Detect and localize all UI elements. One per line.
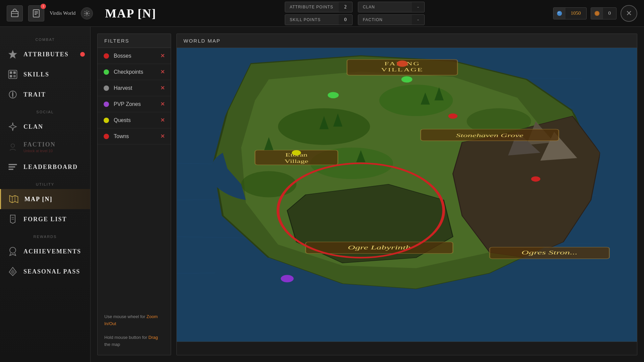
primary-currency-value: 1050 bbox=[566, 10, 586, 16]
sidebar-item-trait[interactable]: TRAIT bbox=[0, 84, 90, 105]
attribute-points-row: ATTRIBUTE POINTS 2 bbox=[285, 2, 353, 12]
main-content: FILTERS Bosses ✕ Checkpoints ✕ Harvest ✕… bbox=[91, 27, 644, 362]
sidebar-item-achievements[interactable]: ACHIEVEMENTS bbox=[0, 241, 90, 261]
sidebar-item-map[interactable]: MAP [N] bbox=[0, 189, 90, 209]
svg-text:Stonehaven Grove: Stonehaven Grove bbox=[456, 132, 524, 138]
quests-close[interactable]: ✕ bbox=[160, 117, 165, 123]
svg-text:Village: Village bbox=[284, 159, 308, 164]
map-canvas[interactable]: FARING VILLAGE Stonehaven Grove Etoran V… bbox=[177, 48, 637, 342]
map-background: FARING VILLAGE Stonehaven Grove Etoran V… bbox=[177, 48, 637, 342]
svg-point-8 bbox=[558, 12, 560, 13]
settings-btn[interactable] bbox=[81, 7, 93, 19]
sidebar-item-seasonal-pass[interactable]: SEASONAL PASS bbox=[0, 261, 90, 282]
faction-icon bbox=[7, 141, 19, 153]
skills-label: SKILLS bbox=[23, 71, 49, 78]
sidebar-item-leaderboard[interactable]: LEADERBOARD bbox=[0, 157, 90, 177]
category-utility: UTILITY bbox=[0, 177, 90, 189]
filter-pvp-zones[interactable]: PVP Zones ✕ bbox=[98, 96, 171, 112]
bosses-close[interactable]: ✕ bbox=[160, 53, 165, 59]
social-stats: CLAN - FACTION - bbox=[358, 2, 425, 25]
towns-close[interactable]: ✕ bbox=[160, 133, 165, 139]
filter-quests[interactable]: Quests ✕ bbox=[98, 112, 171, 128]
svg-point-58 bbox=[292, 150, 301, 156]
svg-rect-12 bbox=[10, 71, 12, 74]
svg-point-7 bbox=[557, 11, 562, 16]
skill-points-label: SKILL POINTS bbox=[285, 15, 339, 25]
top-bar-stats: ATTRIBUTE POINTS 2 SKILL POINTS 0 CLAN -… bbox=[156, 2, 553, 25]
svg-point-56 bbox=[328, 92, 339, 98]
top-bar-left: 1 Virdis World MAP [N] bbox=[7, 5, 156, 21]
sidebar-item-faction: FACTION Unlock at level 10 bbox=[0, 137, 90, 157]
inventory-icon-btn[interactable] bbox=[7, 5, 23, 21]
map-icon bbox=[8, 193, 20, 205]
svg-rect-20 bbox=[9, 169, 13, 170]
sidebar: COMBAT ATTRIBUTES SKILLS bbox=[0, 27, 91, 362]
notification-badge: 1 bbox=[41, 4, 46, 9]
svg-point-6 bbox=[86, 12, 88, 14]
svg-point-17 bbox=[11, 144, 15, 147]
svg-rect-14 bbox=[10, 75, 12, 77]
svg-point-26 bbox=[10, 247, 16, 253]
svg-point-10 bbox=[595, 12, 598, 15]
primary-currency-box: 1050 bbox=[553, 7, 587, 19]
coin-icon bbox=[591, 7, 603, 19]
pvp-zones-close[interactable]: ✕ bbox=[160, 101, 165, 107]
svg-rect-19 bbox=[9, 166, 15, 168]
map-panel: WORLD MAP bbox=[176, 34, 637, 355]
checkpoints-close[interactable]: ✕ bbox=[160, 69, 165, 75]
faction-label: FACTION bbox=[358, 15, 412, 25]
forge-list-label: FORGE LIST bbox=[23, 216, 67, 223]
harvest-close[interactable]: ✕ bbox=[160, 85, 165, 91]
drag-hint: Drag bbox=[149, 335, 158, 340]
page-title: MAP [N] bbox=[105, 6, 156, 20]
top-bar: 1 Virdis World MAP [N] ATTRIBUTE POINTS … bbox=[0, 0, 644, 27]
filters-panel: FILTERS Bosses ✕ Checkpoints ✕ Harvest ✕… bbox=[97, 34, 171, 355]
achievements-label: ACHIEVEMENTS bbox=[23, 248, 81, 255]
trait-icon bbox=[7, 88, 19, 101]
clan-value: - bbox=[412, 4, 424, 10]
svg-point-57 bbox=[401, 76, 413, 82]
achievements-icon bbox=[7, 245, 19, 257]
skills-icon bbox=[7, 68, 19, 80]
checkpoints-label: Checkpoints bbox=[114, 69, 156, 75]
svg-text:Ogres Stron...: Ogres Stron... bbox=[522, 249, 578, 256]
filter-instructions: Use mouse wheel for Zoom In/Out Hold mou… bbox=[98, 307, 171, 355]
towns-dot bbox=[104, 134, 109, 139]
trait-label: TRAIT bbox=[23, 91, 46, 98]
faction-label: FACTION bbox=[23, 141, 56, 148]
filters-header: FILTERS bbox=[98, 34, 171, 48]
svg-point-54 bbox=[448, 114, 457, 119]
svg-rect-18 bbox=[9, 164, 17, 165]
category-rewards: REWARDS bbox=[0, 229, 90, 241]
quest-icon-btn[interactable]: 1 bbox=[28, 5, 44, 21]
quests-dot bbox=[104, 118, 109, 123]
svg-rect-13 bbox=[13, 71, 16, 74]
skill-points-value: 0 bbox=[339, 17, 352, 22]
svg-text:VILLAGE: VILLAGE bbox=[381, 67, 423, 72]
svg-point-59 bbox=[397, 61, 408, 67]
harvest-label: Harvest bbox=[114, 85, 156, 91]
filter-harvest[interactable]: Harvest ✕ bbox=[98, 80, 171, 96]
filter-towns[interactable]: Towns ✕ bbox=[98, 128, 171, 144]
svg-marker-21 bbox=[10, 195, 18, 202]
clan-row: CLAN - bbox=[358, 2, 425, 12]
faction-value: - bbox=[412, 17, 424, 23]
category-social: SOCIAL bbox=[0, 105, 90, 117]
quests-label: Quests bbox=[114, 117, 156, 123]
clan-label: CLAN bbox=[358, 2, 412, 12]
sidebar-item-forge-list[interactable]: FORGE LIST bbox=[0, 209, 90, 229]
sidebar-item-attributes[interactable]: ATTRIBUTES bbox=[0, 44, 90, 64]
close-button[interactable]: ✕ bbox=[621, 5, 637, 22]
world-name: Virdis World bbox=[50, 10, 75, 16]
pvp-zones-dot bbox=[104, 102, 109, 107]
filter-checkpoints[interactable]: Checkpoints ✕ bbox=[98, 64, 171, 80]
sidebar-item-clan[interactable]: CLAN bbox=[0, 117, 90, 137]
attribute-points-label: ATTRIBUTE POINTS bbox=[285, 2, 339, 12]
checkpoints-dot bbox=[104, 69, 109, 75]
seasonal-pass-icon bbox=[7, 265, 19, 278]
secondary-currency-box: 0 bbox=[591, 7, 617, 19]
filter-bosses[interactable]: Bosses ✕ bbox=[98, 48, 171, 64]
clan-label: CLAN bbox=[23, 123, 43, 130]
faction-row: FACTION - bbox=[358, 14, 425, 25]
sidebar-item-skills[interactable]: SKILLS bbox=[0, 64, 90, 84]
